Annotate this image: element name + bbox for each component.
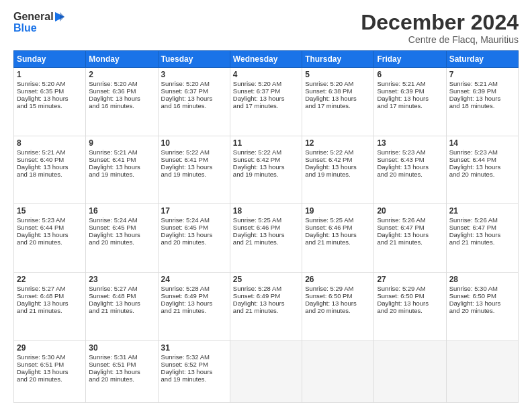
cell-info-line: Sunrise: 5:20 AM <box>89 80 154 87</box>
logo-arrow-icon <box>54 11 66 23</box>
cell-info-line: Daylight: 13 hours <box>17 300 83 307</box>
week-row-4: 22Sunrise: 5:27 AMSunset: 6:48 PMDayligh… <box>14 273 519 341</box>
day-number: 30 <box>89 343 154 353</box>
cell-info-line: Daylight: 13 hours <box>233 163 299 171</box>
cell-info-line: Daylight: 13 hours <box>377 163 443 171</box>
calendar-cell: 14Sunrise: 5:23 AMSunset: 6:44 PMDayligh… <box>446 136 518 204</box>
day-number: 13 <box>377 138 443 148</box>
cell-info-line: Sunset: 6:49 PM <box>161 292 227 300</box>
cell-info-line: Daylight: 13 hours <box>17 231 83 238</box>
cell-info-line: Daylight: 13 hours <box>377 231 443 238</box>
calendar-cell: 17Sunrise: 5:24 AMSunset: 6:45 PMDayligh… <box>158 204 230 273</box>
cell-info-line: and 19 minutes. <box>233 171 299 178</box>
day-number: 23 <box>89 275 154 284</box>
day-number: 8 <box>17 138 83 148</box>
cell-info-line: Sunset: 6:47 PM <box>377 224 443 231</box>
cell-info-line: Sunrise: 5:20 AM <box>233 80 299 87</box>
cell-info-line: and 21 minutes. <box>449 238 515 246</box>
cell-info-line: Daylight: 13 hours <box>233 95 299 102</box>
header: General Blue December 2024 Centre de Fla… <box>13 11 519 45</box>
header-thursday: Thursday <box>302 51 374 68</box>
calendar-cell: 6Sunrise: 5:21 AMSunset: 6:39 PMDaylight… <box>374 68 446 136</box>
day-number: 11 <box>233 138 299 148</box>
cell-info-line: Sunset: 6:50 PM <box>305 292 371 300</box>
cell-info-line: Sunrise: 5:23 AM <box>17 216 83 224</box>
cell-info-line: Sunset: 6:46 PM <box>233 224 299 231</box>
svg-marker-1 <box>60 12 64 21</box>
day-number: 12 <box>305 138 371 148</box>
cell-info-line: and 16 minutes. <box>161 102 227 109</box>
cell-info-line: Daylight: 13 hours <box>161 300 227 307</box>
cell-info-line: Sunset: 6:50 PM <box>449 292 515 300</box>
cell-info-line: Sunrise: 5:22 AM <box>161 148 227 156</box>
cell-info-line: and 21 minutes. <box>305 238 371 246</box>
calendar-cell: 12Sunrise: 5:22 AMSunset: 6:42 PMDayligh… <box>302 136 374 204</box>
calendar-cell: 8Sunrise: 5:21 AMSunset: 6:40 PMDaylight… <box>14 136 86 204</box>
cell-info-line: Sunrise: 5:26 AM <box>377 216 443 224</box>
cell-info-line: Sunrise: 5:22 AM <box>233 148 299 156</box>
cell-info-line: and 20 minutes. <box>161 238 227 246</box>
cell-info-line: Sunrise: 5:28 AM <box>161 285 227 292</box>
calendar-cell: 2Sunrise: 5:20 AMSunset: 6:36 PMDaylight… <box>86 68 158 136</box>
header-saturday: Saturday <box>446 51 518 68</box>
cell-info-line: Sunset: 6:48 PM <box>89 292 154 300</box>
page: General Blue December 2024 Centre de Fla… <box>0 0 532 411</box>
cell-info-line: Sunset: 6:46 PM <box>305 224 371 231</box>
cell-info-line: Daylight: 13 hours <box>377 95 443 102</box>
day-number: 4 <box>233 70 299 79</box>
day-number: 27 <box>377 275 443 284</box>
cell-info-line: Sunrise: 5:21 AM <box>449 80 515 87</box>
calendar-cell <box>446 340 518 402</box>
cell-info-line: Sunset: 6:35 PM <box>17 87 83 95</box>
day-number: 29 <box>17 343 83 353</box>
cell-info-line: Sunrise: 5:23 AM <box>377 148 443 156</box>
calendar-cell <box>230 340 302 402</box>
cell-info-line: and 16 minutes. <box>89 102 154 109</box>
cell-info-line: Sunrise: 5:30 AM <box>17 353 83 361</box>
calendar-cell: 11Sunrise: 5:22 AMSunset: 6:42 PMDayligh… <box>230 136 302 204</box>
calendar-cell: 18Sunrise: 5:25 AMSunset: 6:46 PMDayligh… <box>230 204 302 273</box>
cell-info-line: Sunrise: 5:28 AM <box>233 285 299 292</box>
calendar-header-row: SundayMondayTuesdayWednesdayThursdayFrid… <box>14 51 519 68</box>
cell-info-line: Daylight: 13 hours <box>89 163 154 171</box>
cell-info-line: and 18 minutes. <box>449 102 515 109</box>
calendar-body: 1Sunrise: 5:20 AMSunset: 6:35 PMDaylight… <box>14 68 519 403</box>
header-wednesday: Wednesday <box>230 51 302 68</box>
day-number: 19 <box>305 206 371 216</box>
cell-info-line: Daylight: 13 hours <box>449 231 515 238</box>
cell-info-line: and 20 minutes. <box>17 375 83 383</box>
calendar-cell: 1Sunrise: 5:20 AMSunset: 6:35 PMDaylight… <box>14 68 86 136</box>
cell-info-line: Sunrise: 5:20 AM <box>161 80 227 87</box>
day-number: 9 <box>89 138 154 148</box>
cell-info-line: Sunset: 6:45 PM <box>161 224 227 231</box>
cell-info-line: Sunrise: 5:31 AM <box>89 353 154 361</box>
calendar-cell: 29Sunrise: 5:30 AMSunset: 6:51 PMDayligh… <box>14 340 86 402</box>
cell-info-line: Sunset: 6:49 PM <box>233 292 299 300</box>
cell-info-line: Sunset: 6:47 PM <box>449 224 515 231</box>
calendar-cell: 4Sunrise: 5:20 AMSunset: 6:37 PMDaylight… <box>230 68 302 136</box>
header-friday: Friday <box>374 51 446 68</box>
cell-info-line: Daylight: 13 hours <box>377 300 443 307</box>
cell-info-line: and 21 minutes. <box>233 238 299 246</box>
day-number: 21 <box>449 206 515 216</box>
week-row-1: 1Sunrise: 5:20 AMSunset: 6:35 PMDaylight… <box>14 68 519 136</box>
cell-info-line: Daylight: 13 hours <box>161 231 227 238</box>
cell-info-line: Daylight: 13 hours <box>449 163 515 171</box>
cell-info-line: Sunrise: 5:25 AM <box>305 216 371 224</box>
cell-info-line: Sunset: 6:36 PM <box>89 87 154 95</box>
cell-info-line: and 19 minutes. <box>161 171 227 178</box>
cell-info-line: Sunrise: 5:20 AM <box>17 80 83 87</box>
cell-info-line: Sunrise: 5:27 AM <box>89 285 154 292</box>
cell-info-line: Daylight: 13 hours <box>305 300 371 307</box>
cell-info-line: Sunset: 6:43 PM <box>377 156 443 163</box>
month-title: December 2024 <box>361 11 519 34</box>
cell-info-line: Sunrise: 5:26 AM <box>449 216 515 224</box>
cell-info-line: and 17 minutes. <box>305 102 371 109</box>
calendar-cell: 26Sunrise: 5:29 AMSunset: 6:50 PMDayligh… <box>302 273 374 341</box>
title-section: December 2024 Centre de Flacq, Mauritius <box>361 11 519 45</box>
cell-info-line: Sunset: 6:51 PM <box>89 361 154 368</box>
day-number: 17 <box>161 206 227 216</box>
cell-info-line: Daylight: 13 hours <box>17 95 83 102</box>
calendar-cell: 22Sunrise: 5:27 AMSunset: 6:48 PMDayligh… <box>14 273 86 341</box>
cell-info-line: and 21 minutes. <box>161 307 227 314</box>
